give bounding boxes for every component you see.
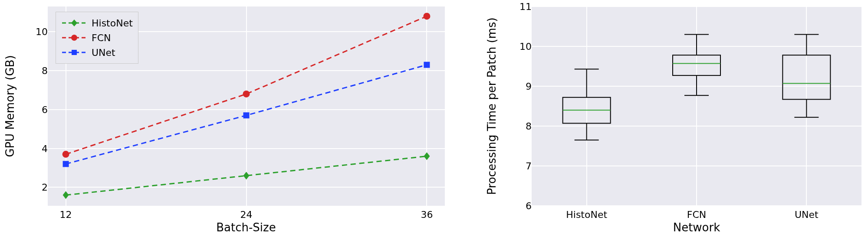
line-chart-ylabel: GPU Memory (GB) <box>3 55 16 157</box>
boxplot-xlabel: Network <box>673 221 720 234</box>
legend-swatch-histonet <box>61 18 87 28</box>
line-chart-panel: HistoNet FCN <box>0 0 464 240</box>
boxplot-ylabel: Processing Time per Patch (ms) <box>485 17 498 195</box>
boxplot-xtick: HistoNet <box>566 209 607 220</box>
svg-point-3 <box>62 151 69 158</box>
boxplot-ytick: 10 <box>519 41 532 52</box>
line-chart-xtick: 12 <box>60 209 72 220</box>
legend-label-histonet: HistoNet <box>92 18 133 29</box>
legend-swatch-unet <box>61 47 87 58</box>
svg-point-4 <box>243 91 250 97</box>
legend-swatch-fcn <box>61 32 87 43</box>
boxplot-ytick: 7 <box>526 161 532 172</box>
boxplot-xtick: UNet <box>795 209 819 220</box>
line-chart-ytick: 4 <box>42 143 48 154</box>
legend-label-fcn: FCN <box>92 32 111 43</box>
line-chart-ytick: 6 <box>42 104 48 115</box>
legend-item-histonet: HistoNet <box>61 16 133 30</box>
svg-point-5 <box>423 13 430 19</box>
svg-marker-2 <box>424 152 430 160</box>
line-chart-plot-area: HistoNet FCN <box>48 6 445 206</box>
boxplot-ytick: 11 <box>519 1 532 12</box>
svg-rect-31 <box>783 55 830 99</box>
svg-marker-10 <box>71 19 77 26</box>
svg-marker-0 <box>63 191 69 199</box>
boxplot-ytick: 6 <box>526 201 532 211</box>
figure: HistoNet FCN <box>0 0 868 240</box>
boxplot-xtick: FCN <box>687 209 706 220</box>
line-chart-xtick: 24 <box>240 209 253 220</box>
boxplot-ytick: 8 <box>526 121 532 132</box>
svg-rect-8 <box>424 62 430 68</box>
boxplot-ytick: 9 <box>526 81 532 92</box>
boxplot-plot-area <box>532 6 861 206</box>
boxplot-panel: Network Processing Time per Patch (ms) H… <box>482 0 868 240</box>
line-chart-xlabel: Batch-Size <box>216 221 276 234</box>
svg-rect-14 <box>72 50 77 55</box>
svg-point-12 <box>71 35 77 41</box>
line-chart-xtick: 36 <box>421 209 433 220</box>
svg-rect-6 <box>63 161 69 167</box>
svg-marker-1 <box>243 172 250 179</box>
legend-label-unet: UNet <box>92 47 115 58</box>
svg-rect-7 <box>243 112 250 118</box>
line-chart-ytick: 10 <box>36 26 48 37</box>
legend-item-fcn: FCN <box>61 30 133 45</box>
svg-rect-25 <box>673 55 720 75</box>
legend-item-unet: UNet <box>61 45 133 60</box>
boxplot-svg <box>532 6 861 206</box>
line-chart-ytick: 8 <box>42 65 48 76</box>
legend: HistoNet FCN <box>56 12 138 64</box>
line-chart-ytick: 2 <box>42 182 48 193</box>
